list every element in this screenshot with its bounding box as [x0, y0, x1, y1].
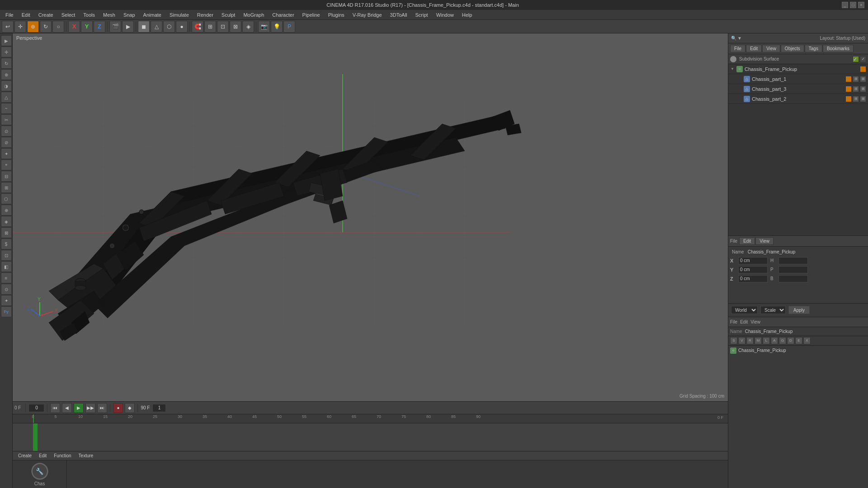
viewport[interactable]: View Cameras Display Options Filter Pane… — [13, 33, 728, 401]
timeline-tracks[interactable] — [13, 423, 728, 451]
menu-mograph[interactable]: MoGraph — [240, 11, 268, 19]
menu-plugins[interactable]: Plugins — [325, 11, 348, 19]
point-mode[interactable]: ● — [176, 21, 188, 33]
tool-extra2[interactable]: ⊟ — [1, 171, 12, 182]
check-tag-part2b[interactable]: ⊠ — [860, 96, 866, 102]
camera-tool[interactable]: 📷 — [258, 21, 270, 33]
step-back[interactable]: ◀ — [62, 403, 72, 413]
tool-extra4[interactable]: ⬡ — [1, 193, 12, 204]
tool-extra7[interactable]: ⊠ — [1, 227, 12, 238]
tab-edit[interactable]: Edit — [36, 452, 49, 459]
tag-icon-3[interactable]: R — [746, 337, 754, 344]
tab-bookmarks[interactable]: Bookmarks — [823, 45, 854, 52]
scale-dropdown[interactable]: Scale — [760, 306, 786, 314]
obj-row-chassis-part3[interactable]: △ Chassis_part_3 ⊞ ⊠ — [728, 84, 868, 94]
key-button[interactable]: ◆ — [125, 403, 135, 413]
close-button[interactable]: × — [858, 2, 864, 8]
tab-texture[interactable]: Texture — [76, 452, 96, 459]
tool-scale[interactable]: ⊕ — [1, 69, 12, 80]
obj-check2-icon[interactable]: ✓ — [860, 56, 866, 62]
obj-row-chassis-frame[interactable]: ▼ ○ Chassis_Frame_Pickup — [728, 64, 868, 74]
snap-enable[interactable]: 🧲 — [192, 21, 203, 33]
material-tag-part3[interactable] — [845, 86, 852, 92]
tag-icon-6[interactable]: A — [771, 337, 778, 344]
br-edit-tab[interactable]: Edit — [740, 319, 748, 324]
menu-create[interactable]: Create — [35, 11, 57, 19]
minimize-button[interactable]: _ — [842, 2, 848, 8]
live-selection[interactable]: ○ — [52, 21, 64, 33]
x-pos-input[interactable] — [738, 257, 768, 264]
maximize-button[interactable]: □ — [850, 2, 856, 8]
tab-view[interactable]: View — [762, 45, 780, 52]
material-tag-part1[interactable] — [845, 76, 852, 82]
tag-icon-8[interactable]: D — [787, 337, 794, 344]
attr-tab-view[interactable]: View — [755, 237, 774, 245]
menu-help[interactable]: Help — [458, 11, 476, 19]
surface-snap[interactable]: ◈ — [242, 21, 254, 33]
axis-y[interactable]: Y — [81, 21, 93, 33]
tag-icon-2[interactable]: V — [738, 337, 745, 344]
p-input[interactable] — [778, 266, 808, 273]
menu-3dtoall[interactable]: 3DToAll — [387, 11, 411, 19]
tool-extra8[interactable]: $ — [1, 239, 12, 249]
tag-icon-7[interactable]: G — [779, 337, 786, 344]
vertex-snap[interactable]: ⊡ — [217, 21, 229, 33]
obj-row-chassis-part1[interactable]: △ Chassis_part_1 ⊞ ⊠ — [728, 74, 868, 84]
move-tool[interactable]: ✛ — [14, 21, 26, 33]
tool-extra1[interactable]: ⌖ — [1, 160, 12, 170]
menu-render[interactable]: Render — [193, 11, 217, 19]
menu-select[interactable]: Select — [58, 11, 79, 19]
window-controls[interactable]: _ □ × — [842, 2, 864, 8]
check-tag-part3a[interactable]: ⊞ — [853, 86, 859, 92]
tool-brush[interactable]: ⊘ — [1, 137, 12, 148]
record-button[interactable]: ● — [113, 403, 123, 413]
menu-vray[interactable]: V-Ray Bridge — [349, 11, 386, 19]
play-button[interactable]: ▶ — [74, 403, 84, 413]
check-tag-part1b[interactable]: ⊠ — [860, 76, 866, 82]
play-forward[interactable]: ▶▶ — [85, 403, 95, 413]
go-start[interactable]: ⏮ — [50, 403, 60, 413]
tab-tags[interactable]: Tags — [805, 45, 822, 52]
rotate-tool[interactable]: ↻ — [40, 21, 52, 33]
attr-tab-edit[interactable]: Edit — [739, 237, 755, 245]
tag-icon-1[interactable]: S — [730, 337, 737, 344]
edge-snap[interactable]: ⊠ — [230, 21, 241, 33]
obj-row-chassis-part2[interactable]: △ Chassis_part_2 ⊞ ⊠ — [728, 94, 868, 104]
material-tag-chassis[interactable] — [860, 66, 866, 72]
undo-button[interactable]: ↩ — [2, 21, 14, 33]
tool-extra6[interactable]: ◈ — [1, 216, 12, 227]
tool-rotate[interactable]: ↻ — [1, 58, 12, 69]
br-file-tab[interactable]: File — [730, 319, 737, 324]
world-dropdown[interactable]: World Object — [731, 306, 758, 314]
object-mode[interactable]: ◼ — [138, 21, 150, 33]
polygon-mode[interactable]: △ — [151, 21, 162, 33]
br-view-tab[interactable]: View — [750, 319, 760, 324]
menu-character[interactable]: Character — [269, 11, 297, 19]
light-tool[interactable]: 💡 — [271, 21, 283, 33]
tool-extra5[interactable]: ⊕ — [1, 205, 12, 216]
tool-layer[interactable]: ≡ — [1, 272, 12, 283]
menu-snap[interactable]: Snap — [120, 11, 139, 19]
menu-window[interactable]: Window — [433, 11, 458, 19]
menu-file[interactable]: File — [2, 11, 17, 19]
menu-tools[interactable]: Tools — [80, 11, 99, 19]
b-input[interactable] — [778, 275, 808, 282]
menu-edit[interactable]: Edit — [18, 11, 34, 19]
menu-sculpt[interactable]: Sculpt — [218, 11, 239, 19]
menu-pipeline[interactable]: Pipeline — [299, 11, 324, 19]
tool-extra3[interactable]: ⊞ — [1, 182, 12, 193]
tool-python[interactable]: Py — [1, 306, 12, 317]
menu-simulate[interactable]: Simulate — [166, 11, 193, 19]
start-marker[interactable] — [33, 423, 38, 451]
py4d[interactable]: P — [283, 21, 295, 33]
tool-extra12[interactable]: ✦ — [1, 295, 12, 306]
h-input[interactable] — [778, 257, 808, 264]
tag-icon-10[interactable]: X — [803, 337, 811, 344]
axis-x[interactable]: X — [68, 21, 80, 33]
render-view[interactable]: 🎬 — [109, 21, 121, 33]
tool-extra9[interactable]: ⊡ — [1, 250, 12, 261]
tool-polygon[interactable]: △ — [1, 92, 12, 103]
scale-tool[interactable]: ⊕ — [27, 21, 39, 33]
tab-function[interactable]: Function — [51, 452, 74, 459]
fps-input[interactable] — [152, 404, 166, 412]
